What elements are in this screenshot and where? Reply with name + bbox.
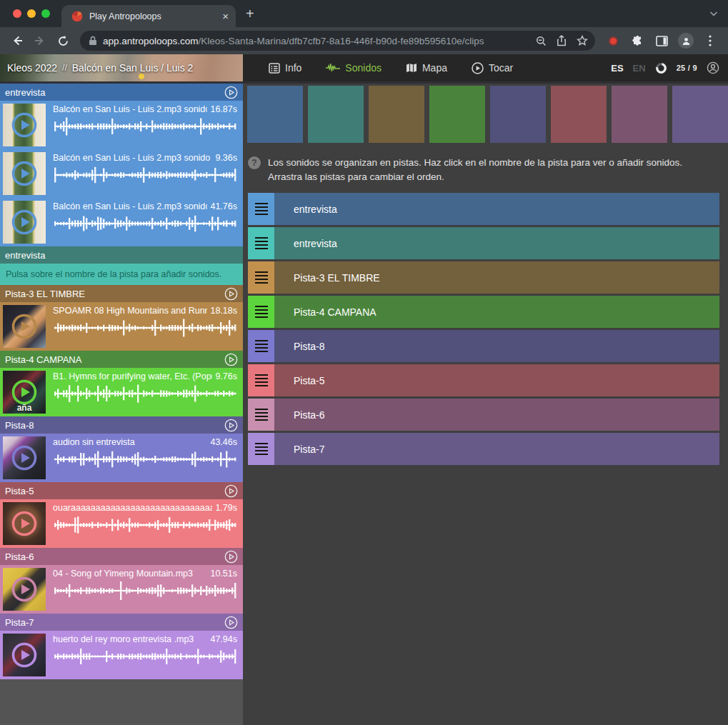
track-row[interactable]: Pista-3 EL TIMBRE — [248, 261, 719, 294]
url-text[interactable]: app.antropoloops.com/Kleos-Santa-Marina/… — [103, 36, 526, 46]
audio-clip[interactable]: huerto del rey moro entrevista .mp347.94… — [0, 631, 243, 679]
address-bar[interactable]: app.antropoloops.com/Kleos-Santa-Marina/… — [80, 31, 595, 51]
clip-waveform[interactable] — [53, 318, 237, 342]
audio-clip[interactable]: ouaraaaaaaaaaaaaaaaaaaaaaaaaaaaaaaaaaa..… — [0, 499, 243, 548]
tab-close-icon[interactable]: × — [222, 11, 229, 21]
clip-thumbnail[interactable] — [3, 152, 46, 195]
browser-tab[interactable]: Play Antropoloops × — [61, 5, 236, 27]
track-row-bar[interactable]: Pista-3 EL TIMBRE — [274, 261, 719, 294]
track-row[interactable]: Pista-7 — [248, 433, 719, 465]
nav-tab-info[interactable]: Info — [259, 54, 311, 81]
track-row-bar[interactable]: Pista-7 — [274, 433, 719, 465]
track-row[interactable]: Pista-4 CAMPANA — [248, 296, 719, 328]
drag-handle[interactable] — [248, 193, 274, 225]
clip-waveform[interactable] — [53, 449, 237, 474]
audio-clip[interactable]: Balcón en San Luis - Luis 2.mp3 sonido h… — [0, 198, 243, 246]
side-panel-icon[interactable] — [651, 36, 672, 46]
play-track-icon[interactable] — [224, 550, 238, 564]
clip-waveform[interactable] — [53, 384, 237, 408]
track-section-header[interactable]: Pista-7 — [0, 614, 243, 631]
forward-button[interactable] — [30, 31, 50, 51]
account-icon[interactable] — [707, 61, 719, 74]
drag-handle[interactable] — [248, 261, 274, 294]
track-row-bar[interactable]: Pista-4 CAMPANA — [274, 296, 719, 328]
nav-tab-mapa[interactable]: Mapa — [396, 54, 457, 81]
track-section-header[interactable]: entrevista — [0, 84, 243, 101]
window-minimize-button[interactable] — [27, 9, 36, 18]
audio-clip[interactable]: audion sin entrevista43.46s — [0, 434, 243, 482]
drag-handle[interactable] — [248, 330, 274, 362]
url-path: /Kleos-Santa-Marina/dfb7cfb7-8a16-446f-b… — [199, 36, 484, 46]
menu-kebab-icon[interactable] — [699, 35, 721, 46]
track-row[interactable]: Pista-5 — [248, 364, 719, 396]
chevron-down-icon[interactable] — [709, 11, 718, 16]
track-row[interactable]: entrevista — [248, 193, 719, 225]
track-row[interactable]: entrevista — [248, 227, 719, 259]
play-track-icon[interactable] — [224, 353, 238, 366]
clip-thumbnail[interactable]: aña — [3, 371, 46, 414]
audio-clip[interactable]: 04 - Song of Yimeng Mountain.mp310.51s — [0, 565, 243, 614]
clip-thumbnail[interactable] — [3, 634, 46, 676]
lang-toggle-en[interactable]: EN — [633, 63, 646, 74]
nav-tab-sonidos[interactable]: Sonidos — [316, 54, 392, 81]
nav-tab-tocar[interactable]: Tocar — [462, 54, 523, 81]
track-row[interactable]: Pista-6 — [248, 399, 719, 431]
zoom-icon[interactable] — [536, 36, 547, 46]
play-track-icon[interactable] — [224, 86, 238, 99]
clip-counter: 25 / 9 — [677, 64, 697, 72]
track-row-bar[interactable]: entrevista — [274, 227, 719, 259]
clip-thumbnail[interactable] — [3, 104, 46, 146]
track-row[interactable]: Pista-8 — [248, 330, 719, 362]
clip-waveform[interactable] — [53, 646, 237, 671]
track-section-header[interactable]: Pista-8 — [0, 416, 243, 434]
play-track-icon[interactable] — [224, 287, 238, 301]
track-row-bar[interactable]: entrevista — [274, 193, 719, 225]
profile-avatar[interactable] — [675, 33, 697, 49]
drag-handle[interactable] — [248, 433, 274, 465]
drag-handle[interactable] — [248, 399, 274, 431]
track-section-header[interactable]: Pista-3 EL TIMBRE — [0, 285, 243, 302]
track-row-bar[interactable]: Pista-8 — [274, 330, 719, 362]
clip-waveform[interactable] — [53, 165, 237, 189]
drag-handle[interactable] — [248, 296, 274, 328]
lang-toggle-es[interactable]: ES — [611, 63, 623, 74]
clip-waveform[interactable] — [53, 581, 237, 605]
extensions-puzzle-icon[interactable] — [627, 35, 648, 47]
back-button[interactable] — [7, 31, 27, 51]
clip-thumbnail[interactable] — [3, 502, 46, 545]
clip-waveform[interactable] — [53, 116, 237, 141]
share-icon[interactable] — [557, 35, 567, 46]
clip-thumbnail[interactable] — [3, 568, 46, 611]
window-maximize-button[interactable] — [41, 9, 50, 18]
audio-clip[interactable]: SPOAMR 08 High Mountains and Running ...… — [0, 302, 243, 351]
lock-icon[interactable] — [89, 36, 97, 46]
clip-waveform[interactable] — [53, 515, 237, 539]
track-color-swatch — [369, 86, 424, 143]
record-extension-icon[interactable] — [602, 36, 624, 46]
audio-clip[interactable]: Balcón en San Luis - Luis 2.mp3 sonido h… — [0, 149, 243, 198]
track-row-bar[interactable]: Pista-6 — [274, 399, 719, 431]
play-track-icon[interactable] — [224, 616, 238, 629]
drag-handle[interactable] — [248, 227, 274, 259]
clip-thumbnail[interactable] — [3, 305, 46, 348]
clip-waveform[interactable] — [53, 214, 237, 238]
play-track-icon[interactable] — [224, 419, 238, 432]
new-tab-button[interactable]: + — [246, 6, 254, 22]
breadcrumb-project[interactable]: Kleos 2022 — [7, 62, 57, 74]
track-section-header[interactable]: Pista-5 — [0, 482, 243, 499]
favicon-icon — [71, 11, 83, 22]
track-section-header[interactable]: Pista-6 — [0, 548, 243, 565]
track-section-header[interactable]: entrevista — [0, 246, 243, 264]
drag-handle[interactable] — [248, 364, 274, 396]
track-row-bar[interactable]: Pista-5 — [274, 364, 719, 396]
header-map-image[interactable]: Kleos 2022 // Balcón en San Luis / Luis … — [0, 54, 243, 81]
bookmark-star-icon[interactable] — [577, 35, 588, 46]
reload-button[interactable] — [53, 31, 73, 51]
clip-thumbnail[interactable] — [3, 201, 46, 244]
window-close-button[interactable] — [13, 9, 21, 18]
audio-clip[interactable]: Balcón en San Luis - Luis 2.mp3 sonido h… — [0, 101, 243, 149]
audio-clip[interactable]: aña B1. Hymns for purifying water, Etc. … — [0, 368, 243, 416]
clip-thumbnail[interactable] — [3, 436, 46, 479]
track-section-header[interactable]: Pista-4 CAMPANA — [0, 351, 243, 368]
play-track-icon[interactable] — [224, 484, 238, 498]
